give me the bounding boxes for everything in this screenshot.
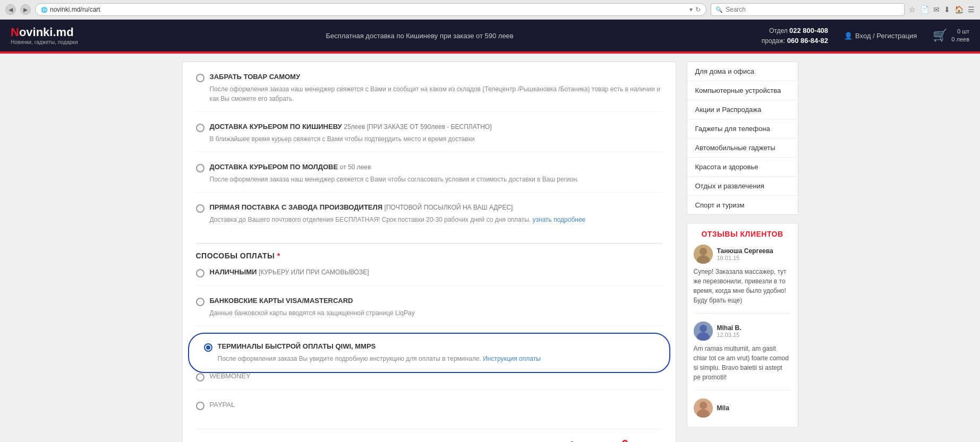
dept-label: Отдел <box>769 27 788 34</box>
menu-icon[interactable]: ☰ <box>968 5 975 14</box>
review-header-1: Танюша Сергеева 18.01.15 <box>694 245 791 264</box>
sidebar-item-phone[interactable]: Гаджеты для телефона <box>687 119 798 138</box>
avatar-1 <box>694 245 713 264</box>
factory-badge: [ПОЧТОВОЙ ПОСЫЛКОЙ НА ВАШ АДРЕС] <box>385 204 513 211</box>
header-contact: Отдел 022 800-408 продаж: 060 86-84-82 <box>762 25 828 46</box>
radio-webmoney[interactable] <box>196 373 204 382</box>
sidebar-item-sport[interactable]: Спорт и туризм <box>687 196 798 214</box>
delivery-option-chisinau: ДОСТАВКА КУРЬЕРОМ ПО КИШИНЕВУ 25леев [ПР… <box>196 123 662 152</box>
reviews-title: ОТЗЫВЫ КЛИЕНТОВ <box>694 230 791 238</box>
radio-card[interactable] <box>196 298 204 306</box>
option-label-terminal: ТЕРМИНАЛЫ БЫСТРОЙ ОПЛАТЫ QIWI, MMPS <box>218 342 376 350</box>
cart-info: 0 шт 0 леев <box>951 28 969 44</box>
avatar-2 <box>694 322 713 341</box>
logo-text: Novinki.md <box>11 26 78 39</box>
option-row: НАЛИЧНЫМИ [КУРЬЕРУ ИЛИ ПРИ САМОВЫВОЗЕ] <box>196 268 662 278</box>
url-bar[interactable]: 🌐 novinki.md/ru/cart ▾ ↻ <box>35 3 706 16</box>
review-name-1: Танюша Сергеева <box>717 247 791 255</box>
radio-chisinau[interactable] <box>196 124 204 132</box>
reload-icon[interactable]: ↻ <box>695 6 701 13</box>
radio-terminal[interactable] <box>204 343 212 352</box>
option-label-chisinau: ДОСТАВКА КУРЬЕРОМ ПО КИШИНЕВУ 25леев [ПР… <box>210 123 492 131</box>
cart-button[interactable]: 🛒 0 шт 0 леев <box>933 28 969 44</box>
review-meta-2: Mihai B. 12.03.15 <box>717 324 791 338</box>
payment-option-terminal: ТЕРМИНАЛЫ БЫСТРОЙ ОПЛАТЫ QIWI, MMPS Посл… <box>196 337 662 369</box>
search-icon: 🔍 <box>715 6 723 13</box>
svg-point-7 <box>700 402 707 409</box>
sidebar-item-auto[interactable]: Автомобильные гаджеты <box>687 138 798 158</box>
dept-phone-number: 022 800-408 <box>789 27 828 34</box>
option-desc-self: После оформления заказа наш менеджер свя… <box>210 84 662 103</box>
payment-option-card: БАНКОВСКИЕ КАРТЫ VISA/MASTERCARD Данные … <box>196 297 662 326</box>
radio-moldova[interactable] <box>196 164 204 172</box>
content-area: ЗАБРАТЬ ТОВАР САМОМУ После оформления за… <box>182 62 676 442</box>
home-icon[interactable]: 🏠 <box>955 5 964 14</box>
sidebar-item-leisure[interactable]: Отдых и развлечения <box>687 177 798 196</box>
login-button[interactable]: 👤 Вход / Регистрация <box>844 32 917 40</box>
refresh-icon[interactable]: ▾ <box>689 6 693 13</box>
total-row: Общая сумма: 0 леев <box>196 429 662 442</box>
option-desc-terminal: После оформления заказа Вы увидите подро… <box>218 354 654 363</box>
sidebar-item-computers[interactable]: Компьютерные устройства <box>687 81 798 100</box>
back-button[interactable]: ◀ <box>5 4 16 15</box>
user-icon: 👤 <box>844 32 853 40</box>
review-item-3: Mila <box>694 398 791 418</box>
sidebar-nav: Для дома и офиса Компьютерные устройства… <box>687 62 798 215</box>
option-row: PAYPAL <box>196 401 662 410</box>
delivery-section: ЗАБРАТЬ ТОВАР САМОМУ После оформления за… <box>196 73 662 232</box>
terminal-instruction-link[interactable]: Инструкция оплаты <box>483 355 541 362</box>
factory-link[interactable]: узнать подробнее <box>533 216 586 223</box>
radio-self[interactable] <box>196 74 204 82</box>
radio-cash[interactable] <box>196 269 204 278</box>
svg-point-4 <box>700 325 707 332</box>
cart-total: 0 леев <box>951 36 969 44</box>
url-icon: 🌐 <box>41 7 47 13</box>
option-label-moldova: ДОСТАВКА КУРЬЕРОМ ПО МОЛДОВЕ от 50 леев <box>210 163 371 171</box>
cart-qty: 0 шт <box>951 28 969 36</box>
cash-badge: [КУРЬЕРУ ИЛИ ПРИ САМОВЫВОЗЕ] <box>259 268 369 276</box>
logo-subtitle: Новинки, гаджеты, подарки <box>11 39 78 45</box>
review-name-2: Mihai B. <box>717 324 791 332</box>
browser-action-icons: ☆ 📄 ✉ ⬇ 🏠 ☰ <box>909 5 975 14</box>
search-input[interactable] <box>726 6 900 13</box>
review-header-2: Mihai B. 12.03.15 <box>694 322 791 341</box>
reader-icon[interactable]: 📄 <box>920 5 929 14</box>
option-row: ЗАБРАТЬ ТОВАР САМОМУ <box>196 73 662 82</box>
review-date-2: 12.03.15 <box>717 332 791 338</box>
payment-option-webmoney: WEBMONEY <box>196 372 662 390</box>
logo[interactable]: Novinki.md Новинки, гаджеты, подарки <box>11 26 78 45</box>
dept-phone: Отдел 022 800-408 <box>762 25 828 36</box>
review-date-1: 18.01.15 <box>717 255 791 261</box>
sidebar: Для дома и офиса Компьютерные устройства… <box>687 62 798 442</box>
option-label-cash: НАЛИЧНЫМИ [КУРЬЕРУ ИЛИ ПРИ САМОВЫВОЗЕ] <box>210 268 369 276</box>
chisinau-price: 25леев [ПРИ ЗАКАЗЕ ОТ 590леев - БЕСПЛАТН… <box>344 123 491 131</box>
total-value: 0 леев <box>621 437 662 442</box>
main-container: ЗАБРАТЬ ТОВАР САМОМУ После оформления за… <box>172 54 809 442</box>
review-header-3: Mila <box>694 398 791 418</box>
review-meta-3: Mila <box>717 404 791 412</box>
section-divider <box>196 243 662 244</box>
radio-factory[interactable] <box>196 204 204 213</box>
review-item-2: Mihai B. 12.03.15 Am ramas multumit, am … <box>694 322 791 391</box>
review-name-3: Mila <box>717 404 791 412</box>
browser-search-bar[interactable]: 🔍 <box>711 3 905 16</box>
forward-button[interactable]: ▶ <box>20 4 31 15</box>
login-text: Вход / Регистрация <box>855 32 917 40</box>
delivery-option-factory: ПРЯМАЯ ПОСТАВКА С ЗАВОДА ПРОИЗВОДИТЕЛЯ [… <box>196 203 662 232</box>
url-text: novinki.md/ru/cart <box>50 6 687 13</box>
review-text-1: Супер! Заказала массажер, тут же перезво… <box>694 267 791 305</box>
email-icon[interactable]: ✉ <box>933 5 940 14</box>
option-label-self: ЗАБРАТЬ ТОВАР САМОМУ <box>210 73 301 81</box>
sidebar-item-home-office[interactable]: Для дома и офиса <box>687 62 798 81</box>
payment-section: СПОСОБЫ ОПЛАТЫ * НАЛИЧНЫМИ [КУРЬЕРУ ИЛИ … <box>196 252 662 418</box>
payment-section-title: СПОСОБЫ ОПЛАТЫ * <box>196 252 662 260</box>
sidebar-item-sales[interactable]: Акции и Распродажа <box>687 100 798 119</box>
payment-option-paypal: PAYPAL <box>196 401 662 418</box>
bookmark-icon[interactable]: ☆ <box>909 5 916 14</box>
option-desc-card: Данные банковской карты вводятся на защи… <box>210 308 662 318</box>
radio-paypal[interactable] <box>196 402 204 410</box>
download-icon[interactable]: ⬇ <box>944 5 950 14</box>
sidebar-item-beauty[interactable]: Красота и здоровье <box>687 158 798 177</box>
review-item-1: Танюша Сергеева 18.01.15 Супер! Заказала… <box>694 245 791 314</box>
sales-label: продаж: <box>762 37 786 45</box>
